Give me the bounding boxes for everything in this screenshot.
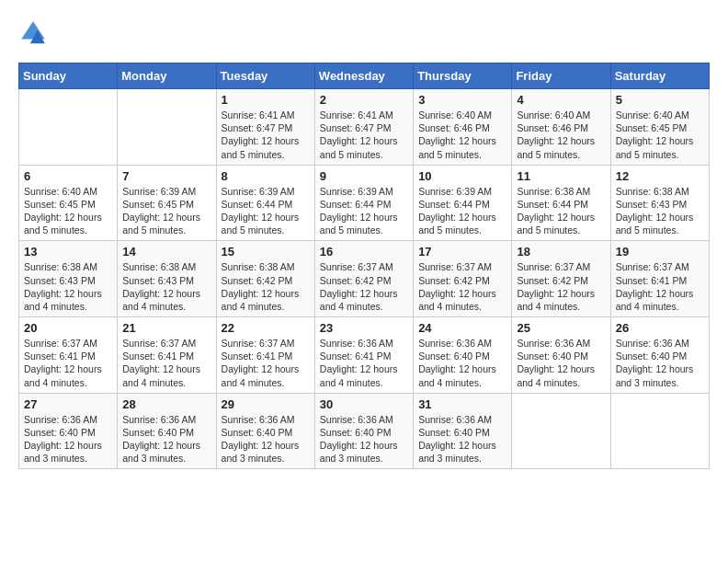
day-info: Sunrise: 6:39 AMSunset: 6:45 PMDaylight:… [122, 185, 210, 237]
day-info: Sunrise: 6:39 AMSunset: 6:44 PMDaylight:… [320, 185, 408, 237]
calendar-cell: 7Sunrise: 6:39 AMSunset: 6:45 PMDaylight… [118, 165, 216, 241]
calendar-cell: 19Sunrise: 6:37 AMSunset: 6:41 PMDayligh… [610, 241, 709, 317]
weekday-header: Wednesday [314, 63, 413, 89]
day-number: 7 [122, 169, 210, 183]
day-number: 8 [222, 169, 310, 183]
calendar-cell: 10Sunrise: 6:39 AMSunset: 6:44 PMDayligh… [414, 165, 512, 241]
logo-icon [18, 18, 48, 48]
calendar-week-row: 13Sunrise: 6:38 AMSunset: 6:43 PMDayligh… [19, 241, 710, 317]
day-info: Sunrise: 6:38 AMSunset: 6:42 PMDaylight:… [222, 260, 310, 313]
day-info: Sunrise: 6:41 AMSunset: 6:47 PMDaylight:… [320, 109, 408, 161]
svg-marker-0 [21, 21, 45, 39]
calendar-cell [512, 393, 610, 469]
calendar-cell: 21Sunrise: 6:37 AMSunset: 6:41 PMDayligh… [118, 317, 216, 394]
day-number: 12 [616, 169, 704, 183]
day-info: Sunrise: 6:36 AMSunset: 6:40 PMDaylight:… [222, 413, 310, 465]
day-number: 17 [418, 245, 506, 259]
calendar-cell: 9Sunrise: 6:39 AMSunset: 6:44 PMDaylight… [314, 165, 413, 241]
calendar-cell: 13Sunrise: 6:38 AMSunset: 6:43 PMDayligh… [19, 241, 118, 317]
calendar-cell [610, 393, 709, 469]
day-info: Sunrise: 6:37 AMSunset: 6:41 PMDaylight:… [222, 337, 310, 389]
calendar-week-row: 1Sunrise: 6:41 AMSunset: 6:47 PMDaylight… [19, 89, 710, 166]
day-number: 24 [418, 321, 506, 335]
day-number: 4 [517, 93, 605, 107]
day-info: Sunrise: 6:41 AMSunset: 6:47 PMDaylight:… [222, 109, 310, 161]
day-info: Sunrise: 6:36 AMSunset: 6:40 PMDaylight:… [418, 337, 506, 389]
day-number: 9 [320, 169, 408, 183]
day-number: 23 [320, 321, 408, 335]
day-info: Sunrise: 6:37 AMSunset: 6:42 PMDaylight:… [418, 260, 506, 313]
day-number: 11 [517, 169, 605, 183]
calendar-cell: 27Sunrise: 6:36 AMSunset: 6:40 PMDayligh… [19, 393, 118, 469]
calendar-cell: 14Sunrise: 6:38 AMSunset: 6:43 PMDayligh… [118, 241, 216, 317]
day-number: 16 [320, 245, 408, 259]
calendar-cell: 6Sunrise: 6:40 AMSunset: 6:45 PMDaylight… [19, 165, 118, 241]
page-header [18, 18, 710, 48]
calendar-cell: 30Sunrise: 6:36 AMSunset: 6:40 PMDayligh… [314, 393, 413, 469]
calendar-cell: 16Sunrise: 6:37 AMSunset: 6:42 PMDayligh… [314, 241, 413, 317]
day-info: Sunrise: 6:39 AMSunset: 6:44 PMDaylight:… [222, 185, 310, 237]
calendar-cell: 4Sunrise: 6:40 AMSunset: 6:46 PMDaylight… [512, 89, 610, 166]
day-number: 19 [616, 245, 704, 259]
calendar-cell: 1Sunrise: 6:41 AMSunset: 6:47 PMDaylight… [216, 89, 314, 166]
day-info: Sunrise: 6:38 AMSunset: 6:43 PMDaylight:… [616, 185, 704, 237]
day-number: 25 [517, 321, 605, 335]
weekday-header: Saturday [610, 63, 709, 89]
day-info: Sunrise: 6:40 AMSunset: 6:45 PMDaylight:… [24, 185, 112, 237]
day-info: Sunrise: 6:40 AMSunset: 6:46 PMDaylight:… [517, 109, 605, 161]
calendar-week-row: 6Sunrise: 6:40 AMSunset: 6:45 PMDaylight… [19, 165, 710, 241]
calendar-cell: 2Sunrise: 6:41 AMSunset: 6:47 PMDaylight… [314, 89, 413, 166]
calendar-week-row: 20Sunrise: 6:37 AMSunset: 6:41 PMDayligh… [19, 317, 710, 394]
day-number: 1 [222, 93, 310, 107]
day-number: 10 [418, 169, 506, 183]
calendar-cell: 18Sunrise: 6:37 AMSunset: 6:42 PMDayligh… [512, 241, 610, 317]
weekday-header: Friday [512, 63, 610, 89]
calendar-cell [19, 89, 118, 166]
day-info: Sunrise: 6:40 AMSunset: 6:46 PMDaylight:… [418, 109, 506, 161]
day-number: 22 [222, 321, 310, 335]
calendar-cell: 3Sunrise: 6:40 AMSunset: 6:46 PMDaylight… [414, 89, 512, 166]
calendar-cell: 25Sunrise: 6:36 AMSunset: 6:40 PMDayligh… [512, 317, 610, 394]
weekday-header: Sunday [19, 63, 118, 89]
day-info: Sunrise: 6:38 AMSunset: 6:43 PMDaylight:… [24, 260, 112, 313]
weekday-header-row: SundayMondayTuesdayWednesdayThursdayFrid… [19, 63, 710, 89]
day-number: 26 [616, 321, 704, 335]
day-info: Sunrise: 6:36 AMSunset: 6:40 PMDaylight:… [122, 413, 210, 465]
day-number: 27 [24, 397, 112, 411]
day-number: 3 [418, 93, 506, 107]
calendar-cell: 22Sunrise: 6:37 AMSunset: 6:41 PMDayligh… [216, 317, 314, 394]
calendar-cell: 15Sunrise: 6:38 AMSunset: 6:42 PMDayligh… [216, 241, 314, 317]
calendar-cell: 12Sunrise: 6:38 AMSunset: 6:43 PMDayligh… [610, 165, 709, 241]
day-info: Sunrise: 6:37 AMSunset: 6:42 PMDaylight:… [320, 260, 408, 313]
weekday-header: Thursday [414, 63, 512, 89]
day-number: 6 [24, 169, 112, 183]
day-info: Sunrise: 6:40 AMSunset: 6:45 PMDaylight:… [616, 109, 704, 161]
calendar-cell: 8Sunrise: 6:39 AMSunset: 6:44 PMDaylight… [216, 165, 314, 241]
calendar-cell: 31Sunrise: 6:36 AMSunset: 6:40 PMDayligh… [414, 393, 512, 469]
day-info: Sunrise: 6:36 AMSunset: 6:40 PMDaylight:… [418, 413, 506, 465]
calendar-week-row: 27Sunrise: 6:36 AMSunset: 6:40 PMDayligh… [19, 393, 710, 469]
calendar-cell: 26Sunrise: 6:36 AMSunset: 6:40 PMDayligh… [610, 317, 709, 394]
day-number: 20 [24, 321, 112, 335]
calendar-cell: 5Sunrise: 6:40 AMSunset: 6:45 PMDaylight… [610, 89, 709, 166]
day-info: Sunrise: 6:36 AMSunset: 6:41 PMDaylight:… [320, 337, 408, 389]
day-number: 21 [122, 321, 210, 335]
calendar-cell: 24Sunrise: 6:36 AMSunset: 6:40 PMDayligh… [414, 317, 512, 394]
calendar-cell [118, 89, 216, 166]
day-number: 29 [222, 397, 310, 411]
day-number: 14 [122, 245, 210, 259]
day-info: Sunrise: 6:37 AMSunset: 6:42 PMDaylight:… [517, 260, 605, 313]
logo [18, 18, 51, 48]
day-number: 5 [616, 93, 704, 107]
calendar-cell: 29Sunrise: 6:36 AMSunset: 6:40 PMDayligh… [216, 393, 314, 469]
day-info: Sunrise: 6:37 AMSunset: 6:41 PMDaylight:… [24, 337, 112, 389]
calendar-cell: 28Sunrise: 6:36 AMSunset: 6:40 PMDayligh… [118, 393, 216, 469]
day-info: Sunrise: 6:38 AMSunset: 6:43 PMDaylight:… [122, 260, 210, 313]
day-number: 28 [122, 397, 210, 411]
day-info: Sunrise: 6:36 AMSunset: 6:40 PMDaylight:… [320, 413, 408, 465]
calendar-table: SundayMondayTuesdayWednesdayThursdayFrid… [18, 63, 710, 469]
day-info: Sunrise: 6:36 AMSunset: 6:40 PMDaylight:… [24, 413, 112, 465]
day-number: 13 [24, 245, 112, 259]
day-info: Sunrise: 6:36 AMSunset: 6:40 PMDaylight:… [517, 337, 605, 389]
calendar-cell: 23Sunrise: 6:36 AMSunset: 6:41 PMDayligh… [314, 317, 413, 394]
